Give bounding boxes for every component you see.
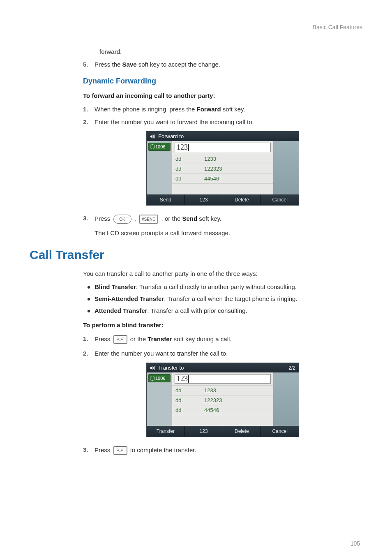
screen-title: Transfer to xyxy=(158,365,184,371)
step-number: 3. xyxy=(83,446,95,455)
row-number: 1233 xyxy=(204,156,270,162)
forward-to-screenshot: Forward to 1006 123 dd 1233 xyxy=(146,131,299,206)
softkey-cancel[interactable]: Cancel xyxy=(261,194,299,205)
text: soft key to accept the change. xyxy=(137,61,220,68)
send-label: Send xyxy=(182,215,197,222)
suggestion-row[interactable]: dd 44546 xyxy=(172,405,273,415)
save-label: Save xyxy=(122,61,137,68)
blind-step-1: 1. Press or the Transfer soft key during… xyxy=(83,335,362,344)
softkey-mode[interactable]: 123 xyxy=(185,194,223,205)
suggestion-row[interactable]: dd 122323 xyxy=(172,395,273,405)
row-number: 1233 xyxy=(204,387,270,393)
screen-left-sidebar: 1006 xyxy=(147,372,172,426)
text: to complete the transfer. xyxy=(130,446,196,453)
text: Press xyxy=(95,335,112,342)
text: When the phone is ringing, press the xyxy=(95,106,196,113)
bullet-attended: ● Attended Transfer: Transfer a call wit… xyxy=(83,307,362,314)
input-value: 123 xyxy=(177,375,188,383)
step-number: 2. xyxy=(83,118,95,125)
blind-step-2: 2. Enter the number you want to transfer… xyxy=(83,350,362,357)
bullet-text: : Transfer a call when the target phone … xyxy=(164,295,297,302)
bullet-head: Blind Transfer xyxy=(95,283,136,290)
text: soft key. xyxy=(197,215,221,222)
row-number: 122323 xyxy=(204,397,270,403)
bullet-icon: ● xyxy=(83,307,95,314)
line-tab[interactable]: 1006 xyxy=(148,143,171,151)
number-input[interactable]: 123 xyxy=(175,143,271,152)
text: Enter the number you want to transfer th… xyxy=(95,350,362,357)
screen-counter: 2/2 xyxy=(288,365,295,371)
speaker-icon xyxy=(150,134,156,139)
screen-titlebar: Transfer to 2/2 xyxy=(147,363,299,372)
line-tab[interactable]: 1006 xyxy=(148,374,171,382)
empty-row xyxy=(172,183,273,194)
blind-lead: To perform a blind transfer: xyxy=(83,321,362,328)
text: soft key during a call. xyxy=(172,335,231,342)
number-input[interactable]: 123 xyxy=(175,374,271,384)
suggestion-row[interactable]: dd 122323 xyxy=(172,164,273,173)
suggestion-row[interactable]: dd 44546 xyxy=(172,173,273,183)
bullet-semi: ● Semi-Attended Transfer: Transfer a cal… xyxy=(83,295,362,302)
ok-key-icon: OK xyxy=(113,215,131,224)
forward-label: Forward xyxy=(196,106,221,113)
softkey-transfer[interactable]: Transfer xyxy=(147,426,185,437)
softkey-bar: Transfer 123 Delete Cancel xyxy=(147,426,299,437)
step-number: 1. xyxy=(83,335,95,344)
row-number: 44546 xyxy=(204,176,270,182)
transfer-to-screenshot: Transfer to 2/2 1006 123 dd 1233 xyxy=(146,363,299,437)
text: , or the xyxy=(161,215,182,222)
text: , xyxy=(134,215,138,222)
header-rule xyxy=(30,33,362,33)
step-number: 5. xyxy=(83,61,95,68)
softkey-delete[interactable]: Delete xyxy=(223,194,261,205)
step-number: 1. xyxy=(83,106,95,113)
blind-step-3: 3. Press to complete the transfer. xyxy=(83,446,362,455)
bullet-icon: ● xyxy=(83,283,95,290)
bullet-icon: ● xyxy=(83,295,95,302)
softkey-cancel[interactable]: Cancel xyxy=(261,426,299,437)
softkey-bar: Send 123 Delete Cancel xyxy=(147,194,299,205)
softkey-delete[interactable]: Delete xyxy=(223,426,261,437)
text: Press the xyxy=(95,61,122,68)
text: soft key. xyxy=(221,106,245,113)
forward-step-3: 3. Press OK , #SEND , or the Send soft k… xyxy=(83,215,362,224)
softkey-mode[interactable]: 123 xyxy=(185,426,223,437)
speaker-icon xyxy=(150,365,156,370)
input-value: 123 xyxy=(177,143,188,152)
page-number: 105 xyxy=(350,540,360,547)
screen-title: Forward to xyxy=(158,133,184,139)
screen-titlebar: Forward to xyxy=(147,132,299,141)
row-name: dd xyxy=(175,156,204,162)
screen-right-sidebar xyxy=(273,372,299,426)
running-header: Basic Call Features xyxy=(30,24,362,30)
bullet-text: : Transfer a call with prior consulting. xyxy=(147,307,247,314)
dynamic-forwarding-heading: Dynamic Forwarding xyxy=(83,77,362,86)
empty-row xyxy=(172,415,273,426)
step-number: 3. xyxy=(83,215,95,224)
bullet-text: : Transfer a call directly to another pa… xyxy=(136,283,297,290)
row-name: dd xyxy=(175,397,204,403)
suggestion-row[interactable]: dd 1233 xyxy=(172,154,273,164)
bullet-head: Semi-Attended Transfer xyxy=(95,295,164,302)
row-name: dd xyxy=(175,176,204,182)
step-5: 5. Press the Save soft key to accept the… xyxy=(83,61,362,68)
intro-para: You can transfer a call to another party… xyxy=(83,270,362,277)
step-number: 2. xyxy=(83,350,95,357)
transfer-key-icon xyxy=(113,335,127,344)
text: Enter the number you want to forward the… xyxy=(95,118,362,125)
row-name: dd xyxy=(175,166,204,172)
call-transfer-heading: Call Transfer xyxy=(30,248,362,262)
text: or the xyxy=(130,335,148,342)
row-number: 44546 xyxy=(204,407,270,413)
bullet-head: Attended Transfer xyxy=(95,307,147,314)
transfer-key-icon xyxy=(113,446,127,455)
transfer-label: Transfer xyxy=(148,335,172,342)
hash-send-key-icon: #SEND xyxy=(139,215,158,224)
forward-lead: To forward an incoming call to another p… xyxy=(83,92,362,99)
screen-right-sidebar xyxy=(273,141,299,194)
text: Press xyxy=(95,446,112,453)
row-name: dd xyxy=(175,387,204,393)
suggestion-row[interactable]: dd 1233 xyxy=(172,385,273,395)
bullet-blind: ● Blind Transfer: Transfer a call direct… xyxy=(83,283,362,290)
softkey-send[interactable]: Send xyxy=(147,194,185,205)
